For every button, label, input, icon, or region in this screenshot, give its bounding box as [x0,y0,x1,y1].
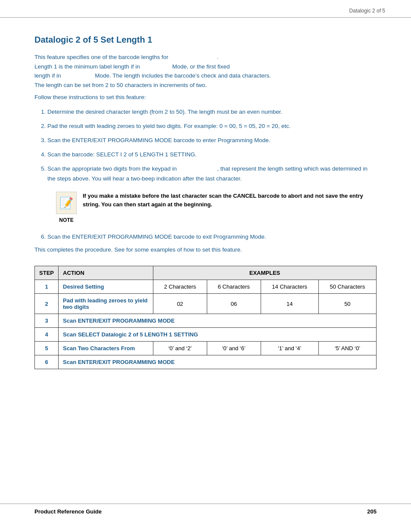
footer-left: Product Reference Guide [34,508,102,515]
step-cell: 2 [35,294,59,314]
action-cell: Desired Setting [59,280,153,294]
note-icon: 📝 [56,192,77,214]
action-cell: Scan Two Characters From [59,342,153,355]
pencil-icon: 📝 [59,193,73,212]
intro-paragraph: This feature specifies one of the barcod… [34,53,377,90]
note-box: 📝 NOTE If you make a mistake before the … [56,192,377,224]
example-cell: 14 [261,294,318,314]
example-cell: 06 [207,294,261,314]
data-table: STEP ACTION EXAMPLES 1 Desired Setting 2… [34,266,377,369]
page-container: Datalogic 2 of 5 Datalogic 2 of 5 Set Le… [0,0,411,532]
step-cell: 5 [35,342,59,355]
table-header-examples: EXAMPLES [153,266,377,280]
page-footer: Product Reference Guide 205 [0,504,411,519]
example-cell: ‘0’ and ‘6’ [207,342,261,355]
page-header: Datalogic 2 of 5 [0,0,411,18]
step-cell: 1 [35,280,59,294]
header-text: Datalogic 2 of 5 [349,8,385,14]
list-item: Scan the ENTER/EXIT PROGRAMMING MODE bar… [47,232,377,242]
list-item: Scan the appropriate two digits from the… [47,164,377,224]
example-cell: 50 [318,294,376,314]
table-row: 4 Scan SELECT Datalogic 2 of 5 LENGTH 1 … [35,328,377,342]
example-cell: 2 Characters [153,280,207,294]
completion-text: This completes the procedure. See for so… [34,246,377,253]
table-row: 1 Desired Setting 2 Characters 6 Charact… [35,280,377,294]
table-row: 5 Scan Two Characters From ‘0’ and ‘2’ ‘… [35,342,377,355]
example-cell: ‘5’ AND ‘0’ [318,342,376,355]
content-area: Datalogic 2 of 5 Set Length 1 This featu… [0,18,411,395]
section-title: Datalogic 2 of 5 Set Length 1 [34,35,377,45]
step-cell: 6 [35,355,59,369]
step-cell: 3 [35,314,59,328]
list-item: Determine the desired character length (… [47,107,377,117]
table-header-action: ACTION [59,266,153,280]
note-label: NOTE [59,216,73,224]
list-item: Pad the result with leading zeroes to yi… [47,121,377,131]
note-text: If you make a mistake before the last ch… [83,192,377,208]
list-item: Scan the barcode: SELECT I 2 of 5 LENGTH… [47,150,377,160]
example-cell: 6 Characters [207,280,261,294]
example-cell: 50 Characters [318,280,376,294]
table-row: 2 Pad with leading zeroes to yield two d… [35,294,377,314]
example-cell: ‘1’ and ‘4’ [261,342,318,355]
step-cell: 4 [35,328,59,342]
action-cell: Scan ENTER/EXIT PROGRAMMING MODE [59,314,377,328]
table-header-step: STEP [35,266,59,280]
table-row: 3 Scan ENTER/EXIT PROGRAMMING MODE [35,314,377,328]
action-cell: Scan ENTER/EXIT PROGRAMMING MODE [59,355,377,369]
example-cell: 14 Characters [261,280,318,294]
follow-text: Follow these instructions to set this fe… [34,94,377,100]
footer-right: 205 [367,508,377,515]
list-item: Scan the ENTER/EXIT PROGRAMMING MODE bar… [47,136,377,146]
example-cell: 02 [153,294,207,314]
table-row: 6 Scan ENTER/EXIT PROGRAMMING MODE [35,355,377,369]
action-cell: Pad with leading zeroes to yield two dig… [59,294,153,314]
example-cell: ‘0’ and ‘2’ [153,342,207,355]
action-cell: Scan SELECT Datalogic 2 of 5 LENGTH 1 SE… [59,328,377,342]
instructions-list: Determine the desired character length (… [47,107,377,242]
note-content: If you make a mistake before the last ch… [83,192,377,208]
